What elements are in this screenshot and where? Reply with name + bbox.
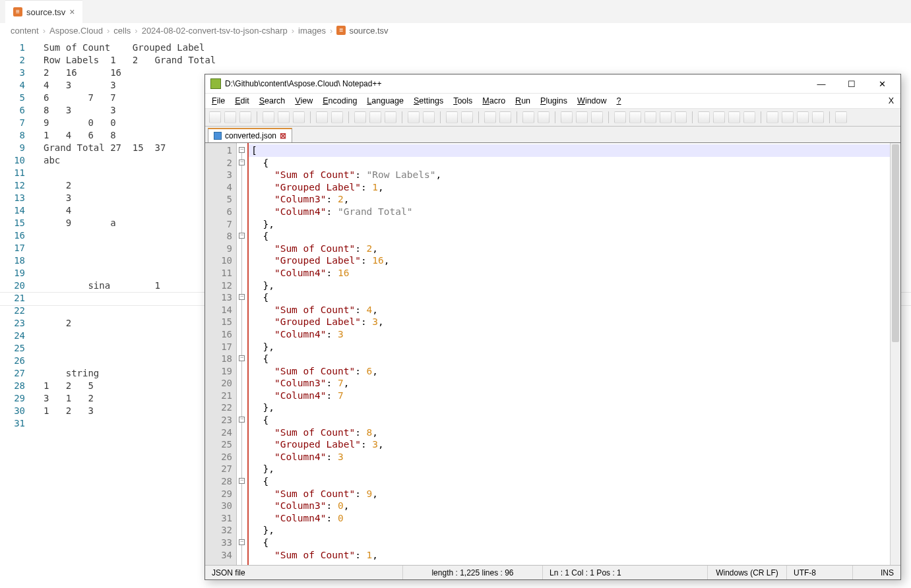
code-content[interactable]: [ { "Sum of Count": "Row Labels", "Group… <box>251 144 890 561</box>
status-bar: JSON file length : 1,225 lines : 96 Ln :… <box>205 565 900 579</box>
status-length: length : 1,225 lines : 96 <box>403 566 543 579</box>
doc-tab-label: converted.json <box>225 131 276 140</box>
toolbar-icon[interactable] <box>522 111 534 123</box>
toolbar-icon[interactable] <box>782 111 794 123</box>
breadcrumb-item[interactable]: Aspose.Cloud <box>49 26 103 36</box>
toolbar-icon[interactable] <box>644 111 656 123</box>
fold-toggle-icon[interactable] <box>239 294 245 300</box>
tsv-file-icon <box>13 7 22 16</box>
tab-bar: source.tsv × <box>0 0 911 23</box>
document-tabs: converted.json ⊠ <box>205 127 900 142</box>
toolbar-icon[interactable] <box>239 111 251 123</box>
breadcrumb-item[interactable]: content <box>11 26 39 36</box>
toolbar[interactable] <box>205 108 900 127</box>
maximize-button[interactable]: ☐ <box>838 74 865 94</box>
menu-window[interactable]: Window <box>577 96 606 105</box>
notepadpp-window: D:\Github\content\Aspose.Cloud\ Notepad+… <box>204 74 901 580</box>
toolbar-icon[interactable] <box>385 111 396 123</box>
toolbar-icon[interactable] <box>461 111 473 123</box>
toolbar-icon[interactable] <box>698 111 710 123</box>
toolbar-icon[interactable] <box>263 111 274 123</box>
breadcrumb-item[interactable]: images <box>298 26 326 36</box>
menu-search[interactable]: Search <box>259 96 286 105</box>
menu-edit[interactable]: Edit <box>235 96 249 105</box>
toolbar-separator <box>761 111 761 123</box>
chevron-right-icon: › <box>135 26 137 36</box>
toolbar-icon[interactable] <box>660 111 672 123</box>
status-position: Ln : 1 Col : 1 Pos : 1 <box>543 566 708 579</box>
fold-toggle-icon[interactable] <box>239 539 245 545</box>
menu-settings[interactable]: Settings <box>414 96 443 105</box>
breadcrumb-item[interactable]: 2024-08-02-convert-tsv-to-json-csharp <box>142 26 288 36</box>
toolbar-icon[interactable] <box>408 111 420 123</box>
breadcrumb[interactable]: content›Aspose.Cloud›cells›2024-08-02-co… <box>0 23 911 38</box>
chevron-right-icon: › <box>330 26 332 36</box>
menu-encoding[interactable]: Encoding <box>323 96 357 105</box>
toolbar-separator <box>402 111 402 123</box>
toolbar-icon[interactable] <box>354 111 366 123</box>
breadcrumb-item[interactable]: cells <box>113 26 131 36</box>
toolbar-icon[interactable] <box>728 111 740 123</box>
vertical-scrollbar[interactable] <box>890 143 900 565</box>
toolbar-icon[interactable] <box>484 111 496 123</box>
fold-toggle-icon[interactable] <box>239 478 245 484</box>
toolbar-icon[interactable] <box>499 111 511 123</box>
fold-toggle-icon[interactable] <box>239 355 245 361</box>
toolbar-icon[interactable] <box>293 111 305 123</box>
toolbar-icon[interactable] <box>812 111 824 123</box>
menu-plugins[interactable]: Plugins <box>540 96 567 105</box>
fold-toggle-icon[interactable] <box>239 233 245 239</box>
tab-source-tsv[interactable]: source.tsv × <box>5 0 82 23</box>
toolbar-icon[interactable] <box>446 111 458 123</box>
status-language: JSON file <box>205 566 403 579</box>
close-button[interactable]: ✕ <box>869 74 895 94</box>
tab-close-icon[interactable]: × <box>69 7 75 16</box>
toolbar-icon[interactable] <box>369 111 381 123</box>
menu-macro[interactable]: Macro <box>482 96 505 105</box>
doc-tab-close-icon[interactable]: ⊠ <box>280 131 286 140</box>
toolbar-icon[interactable] <box>224 111 236 123</box>
chevron-right-icon: › <box>292 26 294 36</box>
titlebar[interactable]: D:\Github\content\Aspose.Cloud\ Notepad+… <box>205 74 900 94</box>
menu-language[interactable]: Language <box>367 96 404 105</box>
fold-toggle-icon[interactable] <box>239 160 245 165</box>
toolbar-icon[interactable] <box>423 111 435 123</box>
toolbar-icon[interactable] <box>797 111 809 123</box>
toolbar-icon[interactable] <box>675 111 687 123</box>
toolbar-icon[interactable] <box>767 111 778 123</box>
fold-toggle-icon[interactable] <box>239 417 245 423</box>
menu-view[interactable]: View <box>295 96 313 105</box>
toolbar-icon[interactable] <box>614 111 626 123</box>
menu-run[interactable]: Run <box>515 96 530 105</box>
menu-?[interactable]: ? <box>617 96 621 105</box>
toolbar-separator <box>608 111 609 123</box>
breadcrumb-item[interactable]: source.tsv <box>336 26 388 36</box>
code-area[interactable]: 1234567891011121314151617181920212223242… <box>205 142 900 565</box>
chevron-right-icon: › <box>107 26 110 36</box>
toolbar-separator <box>555 111 555 123</box>
fold-toggle-icon[interactable] <box>239 147 245 153</box>
menu-tools[interactable]: Tools <box>453 96 472 105</box>
toolbar-icon[interactable] <box>331 111 343 123</box>
toolbar-icon[interactable] <box>835 111 847 123</box>
toolbar-icon[interactable] <box>561 111 573 123</box>
toolbar-icon[interactable] <box>576 111 588 123</box>
toolbar-icon[interactable] <box>713 111 725 123</box>
toolbar-icon[interactable] <box>743 111 755 123</box>
scrollbar-thumb[interactable] <box>892 144 899 342</box>
doc-save-icon <box>214 132 222 140</box>
menu-file[interactable]: File <box>212 96 225 105</box>
menu-bar[interactable]: FileEditSearchViewEncodingLanguageSettin… <box>205 94 900 108</box>
minimize-button[interactable]: — <box>808 74 834 94</box>
fold-column[interactable] <box>237 143 247 565</box>
status-encoding: UTF-8 <box>787 566 853 579</box>
toolbar-separator <box>692 111 693 123</box>
doc-tab-converted-json[interactable]: converted.json ⊠ <box>208 128 292 142</box>
toolbar-icon[interactable] <box>629 111 641 123</box>
toolbar-icon[interactable] <box>316 111 328 123</box>
toolbar-icon[interactable] <box>591 111 603 123</box>
menu-x-right[interactable]: X <box>889 96 894 105</box>
toolbar-icon[interactable] <box>538 111 550 123</box>
toolbar-icon[interactable] <box>278 111 290 123</box>
toolbar-icon[interactable] <box>209 111 221 123</box>
